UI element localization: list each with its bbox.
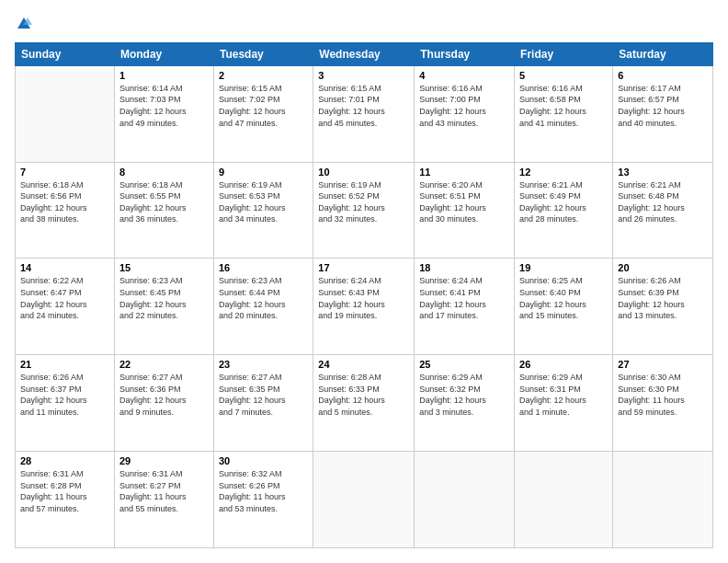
day-number: 14 bbox=[20, 262, 109, 273]
day-number: 18 bbox=[419, 262, 509, 273]
day-number: 3 bbox=[318, 70, 409, 81]
weekday-header: Saturday bbox=[613, 42, 713, 65]
calendar-cell: 24Sunrise: 6:28 AM Sunset: 6:33 PM Dayli… bbox=[313, 355, 415, 452]
day-info: Sunrise: 6:27 AM Sunset: 6:36 PM Dayligh… bbox=[119, 372, 209, 418]
calendar-table: SundayMondayTuesdayWednesdayThursdayFrid… bbox=[15, 42, 713, 548]
calendar-cell: 16Sunrise: 6:23 AM Sunset: 6:44 PM Dayli… bbox=[213, 259, 313, 355]
calendar-cell: 11Sunrise: 6:20 AM Sunset: 6:51 PM Dayli… bbox=[415, 162, 515, 259]
day-number: 10 bbox=[318, 167, 409, 178]
day-info: Sunrise: 6:23 AM Sunset: 6:44 PM Dayligh… bbox=[219, 275, 308, 321]
weekday-header: Wednesday bbox=[313, 42, 415, 65]
day-number: 21 bbox=[20, 359, 109, 370]
calendar-cell: 3Sunrise: 6:15 AM Sunset: 7:01 PM Daylig… bbox=[313, 65, 415, 162]
weekday-header: Tuesday bbox=[213, 42, 313, 65]
calendar-cell: 26Sunrise: 6:29 AM Sunset: 6:31 PM Dayli… bbox=[515, 355, 613, 452]
calendar-cell: 27Sunrise: 6:30 AM Sunset: 6:30 PM Dayli… bbox=[613, 355, 713, 452]
day-number: 29 bbox=[119, 455, 209, 466]
calendar-cell: 29Sunrise: 6:31 AM Sunset: 6:27 PM Dayli… bbox=[114, 452, 213, 548]
day-info: Sunrise: 6:16 AM Sunset: 7:00 PM Dayligh… bbox=[419, 83, 509, 129]
day-number: 26 bbox=[519, 359, 608, 370]
day-number: 22 bbox=[119, 359, 209, 370]
day-info: Sunrise: 6:19 AM Sunset: 6:52 PM Dayligh… bbox=[318, 179, 409, 225]
calendar-cell: 22Sunrise: 6:27 AM Sunset: 6:36 PM Dayli… bbox=[114, 355, 213, 452]
day-number: 4 bbox=[419, 70, 509, 81]
day-number: 15 bbox=[119, 262, 209, 273]
day-number: 19 bbox=[519, 262, 608, 273]
day-number: 6 bbox=[618, 70, 708, 81]
day-number: 2 bbox=[219, 70, 308, 81]
day-number: 24 bbox=[318, 359, 409, 370]
day-info: Sunrise: 6:25 AM Sunset: 6:40 PM Dayligh… bbox=[519, 275, 608, 321]
calendar-cell: 28Sunrise: 6:31 AM Sunset: 6:28 PM Dayli… bbox=[16, 452, 115, 548]
day-number: 5 bbox=[519, 70, 608, 81]
day-info: Sunrise: 6:31 AM Sunset: 6:27 PM Dayligh… bbox=[119, 468, 209, 514]
day-info: Sunrise: 6:16 AM Sunset: 6:58 PM Dayligh… bbox=[519, 83, 608, 129]
calendar-cell: 15Sunrise: 6:23 AM Sunset: 6:45 PM Dayli… bbox=[114, 259, 213, 355]
calendar-cell: 18Sunrise: 6:24 AM Sunset: 6:41 PM Dayli… bbox=[415, 259, 515, 355]
calendar-cell: 10Sunrise: 6:19 AM Sunset: 6:52 PM Dayli… bbox=[313, 162, 415, 259]
calendar-cell: 4Sunrise: 6:16 AM Sunset: 7:00 PM Daylig… bbox=[415, 65, 515, 162]
day-info: Sunrise: 6:20 AM Sunset: 6:51 PM Dayligh… bbox=[419, 179, 509, 225]
weekday-header: Sunday bbox=[16, 42, 115, 65]
calendar-cell: 12Sunrise: 6:21 AM Sunset: 6:49 PM Dayli… bbox=[515, 162, 613, 259]
day-number: 17 bbox=[318, 262, 409, 273]
day-info: Sunrise: 6:14 AM Sunset: 7:03 PM Dayligh… bbox=[119, 83, 209, 129]
day-info: Sunrise: 6:21 AM Sunset: 6:48 PM Dayligh… bbox=[618, 179, 708, 225]
day-info: Sunrise: 6:28 AM Sunset: 6:33 PM Dayligh… bbox=[318, 372, 409, 418]
calendar-cell: 25Sunrise: 6:29 AM Sunset: 6:32 PM Dayli… bbox=[415, 355, 515, 452]
day-info: Sunrise: 6:26 AM Sunset: 6:37 PM Dayligh… bbox=[20, 372, 109, 418]
day-info: Sunrise: 6:29 AM Sunset: 6:32 PM Dayligh… bbox=[419, 372, 509, 418]
day-info: Sunrise: 6:18 AM Sunset: 6:56 PM Dayligh… bbox=[20, 179, 109, 225]
calendar-cell: 20Sunrise: 6:26 AM Sunset: 6:39 PM Dayli… bbox=[613, 259, 713, 355]
calendar-cell: 5Sunrise: 6:16 AM Sunset: 6:58 PM Daylig… bbox=[515, 65, 613, 162]
day-info: Sunrise: 6:31 AM Sunset: 6:28 PM Dayligh… bbox=[20, 468, 109, 514]
calendar-cell: 23Sunrise: 6:27 AM Sunset: 6:35 PM Dayli… bbox=[213, 355, 313, 452]
calendar-cell bbox=[613, 452, 713, 548]
day-info: Sunrise: 6:27 AM Sunset: 6:35 PM Dayligh… bbox=[219, 372, 308, 418]
day-info: Sunrise: 6:21 AM Sunset: 6:49 PM Dayligh… bbox=[519, 179, 608, 225]
weekday-header: Thursday bbox=[415, 42, 515, 65]
calendar-cell bbox=[515, 452, 613, 548]
day-info: Sunrise: 6:24 AM Sunset: 6:43 PM Dayligh… bbox=[318, 275, 409, 321]
calendar-cell bbox=[313, 452, 415, 548]
day-number: 7 bbox=[20, 167, 109, 178]
calendar-cell: 14Sunrise: 6:22 AM Sunset: 6:47 PM Dayli… bbox=[16, 259, 115, 355]
calendar-cell: 17Sunrise: 6:24 AM Sunset: 6:43 PM Dayli… bbox=[313, 259, 415, 355]
calendar-cell: 19Sunrise: 6:25 AM Sunset: 6:40 PM Dayli… bbox=[515, 259, 613, 355]
calendar-cell: 7Sunrise: 6:18 AM Sunset: 6:56 PM Daylig… bbox=[16, 162, 115, 259]
day-info: Sunrise: 6:17 AM Sunset: 6:57 PM Dayligh… bbox=[618, 83, 708, 129]
logo bbox=[15, 15, 32, 33]
calendar-cell: 30Sunrise: 6:32 AM Sunset: 6:26 PM Dayli… bbox=[213, 452, 313, 548]
day-info: Sunrise: 6:15 AM Sunset: 7:01 PM Dayligh… bbox=[318, 83, 409, 129]
day-number: 11 bbox=[419, 167, 509, 178]
day-info: Sunrise: 6:24 AM Sunset: 6:41 PM Dayligh… bbox=[419, 275, 509, 321]
day-number: 27 bbox=[618, 359, 708, 370]
logo-text bbox=[15, 15, 32, 33]
day-number: 30 bbox=[219, 455, 308, 466]
logo-icon bbox=[16, 16, 32, 32]
day-info: Sunrise: 6:22 AM Sunset: 6:47 PM Dayligh… bbox=[20, 275, 109, 321]
weekday-header: Friday bbox=[515, 42, 613, 65]
calendar-cell: 21Sunrise: 6:26 AM Sunset: 6:37 PM Dayli… bbox=[16, 355, 115, 452]
calendar-cell: 1Sunrise: 6:14 AM Sunset: 7:03 PM Daylig… bbox=[114, 65, 213, 162]
day-info: Sunrise: 6:15 AM Sunset: 7:02 PM Dayligh… bbox=[219, 83, 308, 129]
day-number: 12 bbox=[519, 167, 608, 178]
day-info: Sunrise: 6:29 AM Sunset: 6:31 PM Dayligh… bbox=[519, 372, 608, 418]
day-number: 16 bbox=[219, 262, 308, 273]
calendar-cell: 6Sunrise: 6:17 AM Sunset: 6:57 PM Daylig… bbox=[613, 65, 713, 162]
day-number: 28 bbox=[20, 455, 109, 466]
day-info: Sunrise: 6:30 AM Sunset: 6:30 PM Dayligh… bbox=[618, 372, 708, 418]
day-number: 25 bbox=[419, 359, 509, 370]
calendar-cell: 2Sunrise: 6:15 AM Sunset: 7:02 PM Daylig… bbox=[213, 65, 313, 162]
day-number: 9 bbox=[219, 167, 308, 178]
calendar-cell bbox=[415, 452, 515, 548]
day-info: Sunrise: 6:19 AM Sunset: 6:53 PM Dayligh… bbox=[219, 179, 308, 225]
calendar-cell: 8Sunrise: 6:18 AM Sunset: 6:55 PM Daylig… bbox=[114, 162, 213, 259]
header bbox=[15, 15, 713, 33]
day-info: Sunrise: 6:32 AM Sunset: 6:26 PM Dayligh… bbox=[219, 468, 308, 514]
calendar-cell: 9Sunrise: 6:19 AM Sunset: 6:53 PM Daylig… bbox=[213, 162, 313, 259]
day-number: 20 bbox=[618, 262, 708, 273]
day-info: Sunrise: 6:26 AM Sunset: 6:39 PM Dayligh… bbox=[618, 275, 708, 321]
day-number: 23 bbox=[219, 359, 308, 370]
calendar-cell bbox=[16, 65, 115, 162]
